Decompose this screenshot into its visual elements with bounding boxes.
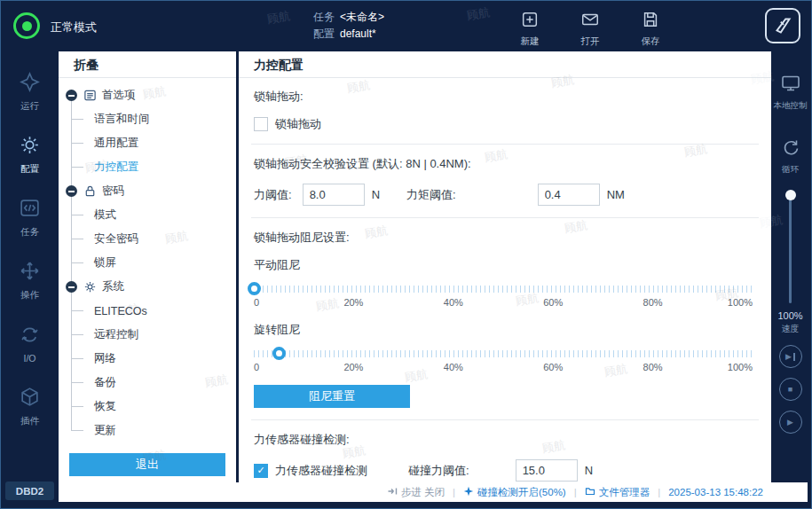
nav-plugin[interactable]: 插件: [1, 375, 59, 438]
status-bar: 步进 关闭 | 碰撞检测开启(50%) | 文件管理器 | 2025-03-13…: [59, 482, 808, 502]
save-icon: [641, 10, 660, 33]
step-play-button[interactable]: ▶: [779, 345, 802, 368]
torque-threshold-unit: NM: [607, 188, 625, 201]
tree-group-system[interactable]: 系统: [59, 275, 236, 299]
mode-label: 正常模式: [51, 20, 97, 35]
lock-axis-checkbox[interactable]: [254, 117, 268, 131]
separator: |: [453, 487, 455, 497]
nav-operate[interactable]: 操作: [1, 249, 59, 312]
list-icon: [83, 89, 97, 102]
divider: [251, 419, 759, 420]
task-value: <未命名>: [340, 11, 384, 23]
collision-threshold-unit: N: [585, 464, 593, 477]
tree-item-remote-control[interactable]: 远程控制: [59, 323, 236, 347]
new-button-label: 新建: [521, 35, 540, 48]
local-control-button[interactable]: 本地控制: [774, 73, 808, 112]
open-button-label: 打开: [581, 35, 600, 48]
open-icon: [580, 10, 600, 33]
rotation-damping-slider[interactable]: [254, 350, 753, 357]
stop-button[interactable]: ■: [779, 378, 802, 401]
separator: |: [574, 487, 577, 497]
collapse-icon[interactable]: [66, 185, 77, 197]
robot-badge[interactable]: DBD2: [5, 482, 54, 500]
task-label: 任务: [313, 11, 335, 23]
force-threshold-input[interactable]: [303, 184, 365, 206]
tree-item-mode[interactable]: 模式: [59, 203, 236, 227]
tree-item-safety-password[interactable]: 安全密码: [59, 227, 236, 251]
collision-section-title: 力传感器碰撞检测:: [254, 432, 756, 448]
new-button[interactable]: 新建: [508, 10, 551, 48]
folder-icon: [585, 486, 595, 498]
tree-item-update[interactable]: 更新: [59, 419, 236, 442]
damping-reset-button[interactable]: 阻尼重置: [254, 385, 410, 408]
code-task-icon: [19, 197, 41, 223]
safety-section-title: 锁轴拖动安全校验设置 (默认: 8N | 0.4NM):: [254, 156, 756, 172]
gear-small-icon: [83, 280, 97, 294]
cube-icon: [19, 386, 41, 411]
right-control-rail: 本地控制 循环 100% 速度 ▶ ■ ▶: [769, 51, 811, 484]
play-icon: ▶: [787, 418, 793, 427]
task-config-info: 任务<未命名> 配置default*: [313, 9, 384, 43]
tree-group-preferences[interactable]: 首选项: [59, 83, 236, 107]
nav-io[interactable]: I/O: [1, 312, 59, 375]
collision-detect-checkbox[interactable]: [254, 464, 268, 478]
tree-item-network[interactable]: 网络: [59, 347, 236, 371]
collapse-icon[interactable]: [66, 90, 77, 101]
gear-icon: [19, 134, 41, 160]
divider: [251, 144, 759, 145]
torque-threshold-input[interactable]: [538, 184, 600, 206]
collapse-icon[interactable]: [66, 281, 77, 293]
step-icon: [387, 486, 398, 498]
speed-slider[interactable]: [784, 190, 797, 303]
collision-spark-icon: [463, 486, 474, 498]
translation-damping-slider[interactable]: [254, 286, 753, 293]
tree-item-backup[interactable]: 备份: [59, 371, 236, 395]
new-icon: [520, 10, 540, 33]
exit-button[interactable]: 退出: [69, 453, 225, 476]
lock-axis-checkbox-label: 锁轴拖动: [275, 116, 321, 132]
open-button[interactable]: 打开: [569, 10, 611, 48]
play-button[interactable]: ▶: [779, 411, 802, 434]
collision-threshold-input[interactable]: [516, 459, 578, 482]
tree-item-general-config[interactable]: 通用配置: [59, 131, 236, 155]
file-manager-button[interactable]: 文件管理器: [585, 486, 650, 499]
save-button[interactable]: 保存: [629, 10, 672, 48]
tree-group-label: 密码: [102, 184, 124, 199]
loop-button[interactable]: 循环: [780, 137, 801, 176]
run-status-indicator-icon: [13, 12, 40, 39]
stop-icon: ■: [788, 385, 792, 394]
tree-group-password[interactable]: 密码: [59, 179, 236, 203]
clock-timestamp: 2025-03-13 15:48:22: [668, 487, 763, 497]
settings-tree-panel: 折叠 首选项 语言和时间 通用配置 力控配置 密码 模式 安全密码 锁屏: [59, 51, 236, 484]
tree-item-language-time[interactable]: 语言和时间: [59, 107, 236, 131]
move-arrows-icon: [19, 260, 41, 286]
nav-task-label: 任务: [20, 226, 39, 239]
app-window: 正常模式 任务<未命名> 配置default* 新建 打开: [0, 0, 812, 509]
rotation-damping-label: 旋转阻尼: [254, 322, 756, 338]
tree-item-lock-screen[interactable]: 锁屏: [59, 251, 236, 275]
settings-tree: 首选项 语言和时间 通用配置 力控配置 密码 模式 安全密码 锁屏 系统: [59, 78, 236, 442]
nav-run-label: 运行: [20, 100, 39, 113]
divider: [251, 217, 759, 218]
io-swap-icon: [19, 324, 41, 349]
separator: |: [658, 487, 660, 497]
tree-item-force-control[interactable]: 力控配置: [59, 155, 236, 179]
collision-status[interactable]: 碰撞检测开启(50%): [463, 486, 566, 499]
loop-label: 循环: [782, 164, 799, 176]
step-status[interactable]: 步进 关闭: [387, 486, 445, 499]
nav-run[interactable]: 运行: [1, 60, 59, 123]
monitor-icon: [780, 73, 801, 98]
tree-item-elitecos[interactable]: ELITECOs: [59, 299, 236, 323]
tree-item-restore[interactable]: 恢复: [59, 395, 236, 419]
rotation-damping-handle[interactable]: [272, 347, 286, 360]
left-nav-rail: 运行 配置 任务 操作 I/O: [1, 51, 59, 508]
force-threshold-label: 力阈值:: [254, 187, 292, 203]
speed-slider-knob[interactable]: [785, 190, 796, 200]
speed-label: 速度: [782, 323, 800, 335]
tree-panel-header[interactable]: 折叠: [59, 51, 236, 78]
nav-task[interactable]: 任务: [1, 186, 59, 249]
translation-damping-handle[interactable]: [248, 282, 261, 295]
step-play-icon: ▶: [785, 352, 792, 361]
translation-damping-ticks: 020%40%60%80%100%: [254, 297, 753, 311]
nav-config[interactable]: 配置: [1, 123, 59, 186]
